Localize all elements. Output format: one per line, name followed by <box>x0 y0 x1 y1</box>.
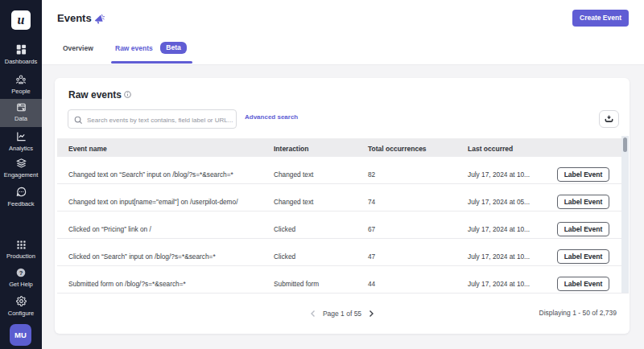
svg-text:?: ? <box>19 269 23 277</box>
